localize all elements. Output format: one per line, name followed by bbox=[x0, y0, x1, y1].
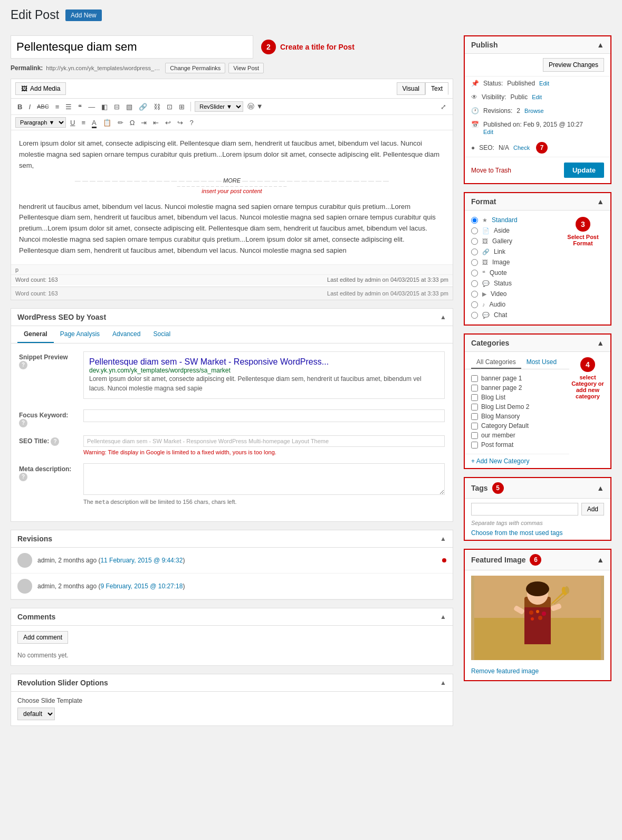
format-aside[interactable]: 📄 Aside bbox=[471, 225, 558, 236]
format-radio-standard[interactable] bbox=[471, 217, 478, 224]
paragraph-select[interactable]: Paragraph ▼ bbox=[15, 117, 66, 128]
format-radio-aside[interactable] bbox=[471, 227, 478, 234]
seo-title-help-icon[interactable]: ? bbox=[51, 437, 59, 446]
format-standard[interactable]: ★ Standard bbox=[471, 215, 558, 225]
meta-desc-help-icon[interactable]: ? bbox=[19, 473, 27, 481]
categories-collapse-icon[interactable]: ▲ bbox=[597, 339, 604, 347]
add-new-category-link[interactable]: + Add New Category bbox=[465, 454, 610, 468]
view-post-button[interactable]: View Post bbox=[228, 63, 264, 73]
format-radio-link[interactable] bbox=[471, 249, 478, 255]
cat-checkbox-category-default[interactable] bbox=[471, 423, 478, 429]
cat-checkbox-our-member[interactable] bbox=[471, 432, 478, 439]
cat-category-default[interactable]: Category Default bbox=[471, 421, 563, 431]
cat-checkbox-banner-page-1[interactable] bbox=[471, 375, 478, 382]
paste-button[interactable]: 📋 bbox=[101, 118, 113, 128]
format-status[interactable]: 💬 Status bbox=[471, 278, 558, 289]
editor-content[interactable]: Lorem ipsum dolor sit amet, consecte adi… bbox=[11, 130, 453, 264]
change-permalinks-button[interactable]: Change Permalinks bbox=[165, 63, 225, 73]
ol-button[interactable]: ☰ bbox=[63, 102, 74, 112]
seo-tab-page-analysis[interactable]: Page Analysis bbox=[54, 326, 106, 343]
seo-tab-advanced[interactable]: Advanced bbox=[106, 326, 147, 343]
format-image[interactable]: 🖼 Image bbox=[471, 257, 558, 268]
cat-checkbox-post-format[interactable] bbox=[471, 442, 478, 448]
clear-format-button[interactable]: ✏ bbox=[116, 118, 126, 128]
blockquote-button[interactable]: ❝ bbox=[76, 102, 84, 112]
featured-image-container[interactable] bbox=[465, 570, 610, 665]
wp-icon-button[interactable]: Ⓦ ▼ bbox=[245, 101, 265, 112]
cat-post-format[interactable]: Post format bbox=[471, 440, 563, 450]
revslider-select[interactable]: RevSlider ▼ bbox=[195, 101, 243, 112]
text-color-button[interactable]: A bbox=[90, 118, 99, 128]
redo-button[interactable]: ↪ bbox=[175, 118, 185, 128]
cat-banner-page-1[interactable]: banner page 1 bbox=[471, 374, 563, 383]
seo-tab-social[interactable]: Social bbox=[147, 326, 177, 343]
format-radio-video[interactable] bbox=[471, 291, 478, 298]
fullscreen-button[interactable]: ⤢ bbox=[438, 102, 448, 112]
format-link[interactable]: 🔗 Link bbox=[471, 246, 558, 257]
hr-button[interactable]: — bbox=[86, 102, 97, 112]
snippet-help-icon[interactable]: ? bbox=[19, 361, 27, 369]
seo-check-link[interactable]: Check bbox=[513, 145, 530, 151]
revisions-browse-link[interactable]: Browse bbox=[524, 108, 544, 114]
bold-button[interactable]: B bbox=[15, 102, 24, 112]
italic-button[interactable]: I bbox=[26, 102, 33, 112]
align-center-button[interactable]: ⊟ bbox=[112, 102, 122, 112]
link-button[interactable]: 🔗 bbox=[137, 102, 149, 112]
format-gallery[interactable]: 🖼 Gallery bbox=[471, 236, 558, 246]
outdent-button[interactable]: ⇤ bbox=[151, 118, 161, 128]
revolution-template-select[interactable]: default bbox=[17, 708, 55, 720]
cat-blog-mansory[interactable]: Blog Mansory bbox=[471, 412, 563, 421]
published-edit-link[interactable]: Edit bbox=[483, 129, 493, 135]
featured-image-collapse-icon[interactable]: ▲ bbox=[597, 556, 604, 564]
format-radio-image[interactable] bbox=[471, 259, 478, 266]
featured-image[interactable] bbox=[471, 576, 604, 660]
format-radio-status[interactable] bbox=[471, 280, 478, 287]
ul-button[interactable]: ≡ bbox=[53, 102, 62, 112]
revisions-header[interactable]: Revisions ▲ bbox=[11, 530, 453, 548]
revision-link-1[interactable]: 11 February, 2015 @ 9:44:32 bbox=[100, 557, 183, 564]
focus-keyword-help-icon[interactable]: ? bbox=[19, 419, 27, 427]
format-radio-quote[interactable] bbox=[471, 270, 478, 276]
cat-blog-list[interactable]: Blog List bbox=[471, 393, 563, 402]
update-button[interactable]: Update bbox=[564, 163, 604, 178]
publish-collapse-icon[interactable]: ▲ bbox=[597, 41, 604, 49]
text-tab[interactable]: Text bbox=[425, 82, 448, 95]
cat-blog-list-demo-2[interactable]: Blog List Demo 2 bbox=[471, 402, 563, 412]
revolution-header[interactable]: Revolution Slider Options ▲ bbox=[11, 674, 453, 692]
undo-button[interactable]: ↩ bbox=[163, 118, 173, 128]
tags-collapse-icon[interactable]: ▲ bbox=[597, 484, 604, 492]
choose-tags-link[interactable]: Choose from the most used tags bbox=[465, 526, 610, 540]
comments-header[interactable]: Comments ▲ bbox=[11, 608, 453, 626]
trash-link[interactable]: Move to Trash bbox=[471, 167, 511, 174]
table-button[interactable]: ⊞ bbox=[177, 102, 187, 112]
cat-checkbox-blog-list-demo-2[interactable] bbox=[471, 404, 478, 411]
format-radio-audio[interactable] bbox=[471, 301, 478, 308]
tags-input[interactable] bbox=[471, 503, 578, 516]
special-chars-button[interactable]: Ω bbox=[128, 118, 137, 128]
indent-button[interactable]: ⇥ bbox=[139, 118, 149, 128]
format-chat[interactable]: 💬 Chat bbox=[471, 310, 558, 320]
preview-changes-button[interactable]: Preview Changes bbox=[543, 58, 604, 72]
add-media-button[interactable]: 🖼 Add Media bbox=[15, 82, 66, 95]
cat-banner-page-2[interactable]: banner page 2 bbox=[471, 383, 563, 393]
revision-link-2[interactable]: 9 February, 2015 @ 10:27:18 bbox=[100, 583, 183, 590]
cat-checkbox-blog-mansory[interactable] bbox=[471, 413, 478, 420]
visual-tab[interactable]: Visual bbox=[397, 82, 425, 95]
post-title-input[interactable] bbox=[11, 35, 253, 59]
focus-keyword-input[interactable] bbox=[83, 409, 445, 422]
cat-tab-all[interactable]: All Categories bbox=[471, 356, 521, 369]
meta-desc-textarea[interactable] bbox=[83, 463, 445, 495]
help-keyboard-button[interactable]: ? bbox=[187, 118, 195, 128]
cat-tab-most-used[interactable]: Most Used bbox=[521, 356, 562, 369]
format-collapse-icon[interactable]: ▲ bbox=[597, 197, 604, 206]
format-quote[interactable]: ❝ Quote bbox=[471, 268, 558, 278]
seo-collapse-icon[interactable]: ▲ bbox=[440, 313, 446, 321]
visibility-edit-link[interactable]: Edit bbox=[532, 94, 542, 100]
status-edit-link[interactable]: Edit bbox=[539, 80, 549, 87]
justify-button[interactable]: ≡ bbox=[79, 118, 88, 128]
format-radio-chat[interactable] bbox=[471, 312, 478, 319]
underline-button[interactable]: U bbox=[68, 118, 77, 128]
seo-title-input[interactable] bbox=[83, 435, 445, 447]
cat-checkbox-banner-page-2[interactable] bbox=[471, 385, 478, 392]
cat-our-member[interactable]: our member bbox=[471, 431, 563, 440]
